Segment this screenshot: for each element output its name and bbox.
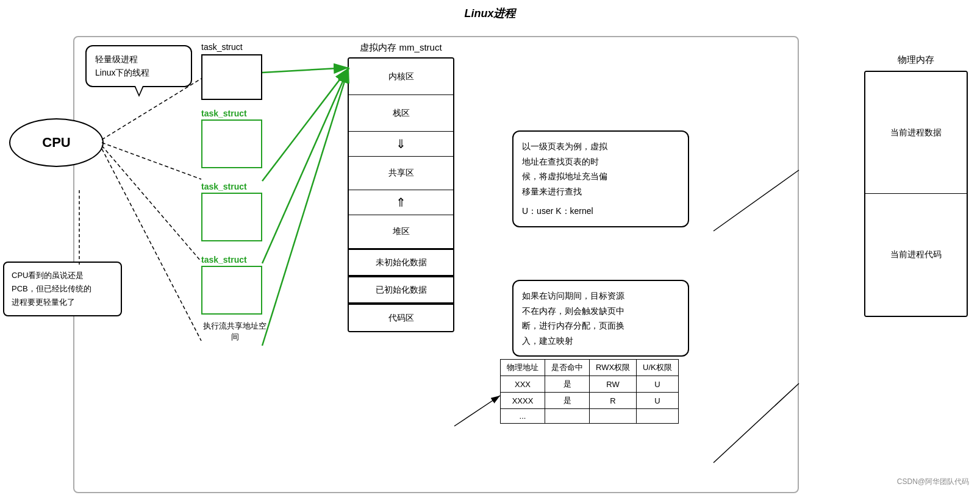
- speech-bubble-line2: Linux下的线程: [95, 66, 182, 79]
- table-row: ...: [501, 409, 679, 424]
- vmem-row-stack: 栈区: [349, 95, 453, 132]
- vmem-row-shared: 共享区: [349, 157, 453, 190]
- page-table: 物理地址 是否命中 RWX权限 U/K权限 XXX 是 RW U XXXX 是 …: [500, 359, 679, 424]
- table-cell: XXX: [501, 376, 545, 393]
- info-box1-line2: 地址在查找页表的时: [522, 154, 679, 169]
- phymem-row-code: 当前进程代码: [865, 194, 967, 316]
- task-struct-box-3: [201, 266, 262, 315]
- page-table-header-1: 是否命中: [545, 360, 590, 376]
- phymem-outer: 当前进程数据 当前进程代码: [864, 71, 968, 317]
- table-cell: ...: [501, 409, 545, 424]
- task-struct-header: task_struct: [201, 42, 274, 52]
- table-cell: XXXX: [501, 393, 545, 409]
- page-table-header-2: RWX权限: [590, 360, 637, 376]
- page-table-header-0: 物理地址: [501, 360, 545, 376]
- page-table-header-3: U/K权限: [637, 360, 679, 376]
- cpu-note-line3: 进程要更轻量化了: [12, 296, 113, 309]
- task-box-main: [201, 54, 262, 100]
- info-box1-line1: 以一级页表为例，虚拟: [522, 139, 679, 154]
- table-row: XXXX 是 R U: [501, 393, 679, 409]
- info-box-1: 以一级页表为例，虚拟 地址在查找页表的时 候，将虚拟地址充当偏 移量来进行查找 …: [512, 130, 689, 227]
- task-struct-label-3: task_struct: [201, 255, 274, 265]
- phymem-title: 物理内存: [864, 54, 968, 66]
- task-struct-group-1: task_struct: [201, 109, 274, 168]
- info-box-2: 如果在访问期间，目标资源 不在内存，则会触发缺页中 断，进行内存分配，页面换 入…: [512, 280, 689, 357]
- info-box1-line6: U：user K：kernel: [522, 204, 679, 219]
- task-struct-box-2: [201, 193, 262, 241]
- vmem-row-arrow-down: ⇓: [349, 132, 453, 157]
- info-box2-line4: 入，建立映射: [522, 333, 679, 349]
- cpu-ellipse: CPU: [9, 118, 104, 167]
- vmem-row-code: 代码区: [349, 304, 453, 331]
- speech-bubble-line1: 轻量级进程: [95, 52, 182, 66]
- cpu-note-line2: PCB，但已经比传统的: [12, 282, 113, 296]
- info-box2-line2: 不在内存，则会触发缺页中: [522, 304, 679, 319]
- vmem-title: 虚拟内存 mm_struct: [348, 42, 454, 54]
- vmem-outer: 内核区 栈区 ⇓ 共享区 ⇑ 堆区 未初始化数据 已初始化数据: [348, 57, 454, 332]
- table-cell: 是: [545, 376, 590, 393]
- table-cell: U: [637, 393, 679, 409]
- cpu-note-line1: CPU看到的虽说还是: [12, 269, 113, 282]
- table-row: XXX 是 RW U: [501, 376, 679, 393]
- vmem-row-uninit: 未初始化数据: [349, 249, 453, 276]
- phymem-row-data: 当前进程数据: [865, 72, 967, 194]
- info-box1-line4: 移量来进行查找: [522, 184, 679, 199]
- table-cell: R: [590, 393, 637, 409]
- exec-flow-label: 执行流共享地址空间: [201, 321, 268, 343]
- page-title: Linux进程: [0, 0, 980, 24]
- task-col: task_struct task_struct task_struct task…: [201, 42, 274, 343]
- task-struct-group-3: task_struct: [201, 255, 274, 315]
- speech-bubble: 轻量级进程 Linux下的线程: [85, 45, 192, 87]
- table-cell: RW: [590, 376, 637, 393]
- table-cell: [637, 409, 679, 424]
- task-struct-box-1: [201, 119, 262, 168]
- watermark: CSDN@阿华团队代码: [897, 477, 969, 487]
- task-struct-group-2: task_struct: [201, 182, 274, 241]
- table-cell: U: [637, 376, 679, 393]
- vmem-col: 虚拟内存 mm_struct 内核区 栈区 ⇓ 共享区 ⇑ 堆区 未初始化数据: [348, 42, 454, 332]
- vmem-row-heap: 堆区: [349, 215, 453, 249]
- table-cell: [590, 409, 637, 424]
- info-box2-line1: 如果在访问期间，目标资源: [522, 288, 679, 304]
- vmem-row-kernel: 内核区: [349, 59, 453, 95]
- table-cell: [545, 409, 590, 424]
- info-box1-line3: 候，将虚拟地址充当偏: [522, 169, 679, 184]
- task-struct-label-2: task_struct: [201, 182, 274, 191]
- main-container: CPU 轻量级进程 Linux下的线程 CPU看到的虽说还是 PCB，但已经比传…: [0, 24, 980, 493]
- vmem-row-arrow-up: ⇑: [349, 190, 453, 215]
- phymem-col: 物理内存 当前进程数据 当前进程代码: [864, 54, 968, 317]
- cpu-note: CPU看到的虽说还是 PCB，但已经比传统的 进程要更轻量化了: [3, 262, 122, 316]
- info-box2-line3: 断，进行内存分配，页面换: [522, 318, 679, 333]
- vmem-row-init: 已初始化数据: [349, 276, 453, 304]
- cpu-label: CPU: [42, 135, 70, 151]
- table-cell: 是: [545, 393, 590, 409]
- task-struct-label-1: task_struct: [201, 109, 274, 118]
